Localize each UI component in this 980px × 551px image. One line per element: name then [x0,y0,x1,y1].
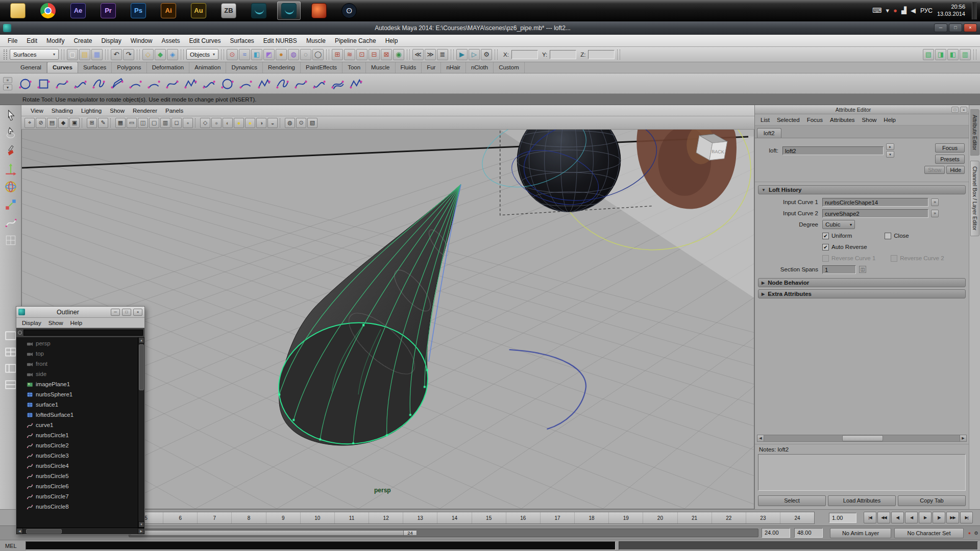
shelf-icon-ep-curve-tool[interactable] [71,75,89,92]
wireframe[interactable]: ◇ [200,118,210,128]
timeline-frame-20[interactable]: 20 [643,512,677,523]
shelf-tab-animation[interactable]: Animation [189,62,226,73]
coord-input-2[interactable] [588,50,615,59]
outliner-menu-display[interactable]: Display [18,318,45,328]
select-object[interactable]: ◆ [155,49,166,60]
attribute-editor-titlebar[interactable]: Attribute Editor □ × [755,105,969,114]
menu-edit-curves[interactable]: Edit Curves [184,35,225,47]
timeline-frame-22[interactable]: 22 [712,512,746,523]
outliner-item-nurbsCircle1[interactable]: nurbsCircle1 [16,430,144,440]
shelf-icon-bezier-curve-tool[interactable] [90,75,107,92]
paint-select-tool[interactable] [2,143,19,159]
timeline-frame-14[interactable]: 14 [437,512,471,523]
outliner-restore-button[interactable]: □ [122,309,131,316]
rotate-tool[interactable] [2,179,19,195]
copy-tab-button[interactable]: Copy Tab [898,495,966,506]
menu-surfaces[interactable]: Surfaces [226,35,259,47]
shelf-collapse-button[interactable]: ▾ [3,84,12,90]
taskbar-app-autodesk-app[interactable] [247,2,271,20]
mask-deformations[interactable]: ◩ [263,49,275,60]
ep-curve-tool-last[interactable] [2,214,19,231]
shelf-tab-muscle[interactable]: Muscle [366,62,395,73]
animation-preferences-icon[interactable]: ⚙ [973,529,979,537]
open-scene[interactable]: ▤ [79,49,90,60]
side-tab-channel-box-layer-editor[interactable]: Channel Box / Layer Editor [970,161,979,236]
snap-view-plane[interactable]: ⊠ [381,49,392,60]
panel-menu-view[interactable]: View [27,105,47,116]
minimize-button[interactable]: ─ [934,23,947,32]
language-indicator[interactable]: РУС [920,7,933,14]
input-connection-icon[interactable]: » [931,210,939,217]
outliner-item-nurbsSphere1[interactable]: nurbsSphere1 [16,389,144,399]
timeline-frame-19[interactable]: 19 [608,512,643,523]
animation-end-field[interactable]: 48.00 [794,528,823,538]
scroll-up-icon[interactable]: ▲ [138,337,144,343]
load-attributes-button[interactable]: Load Attributes [828,495,896,506]
maximize-button[interactable]: □ [949,23,962,32]
shelf-icon-attach-curves[interactable] [163,75,181,92]
screen-space-ao[interactable]: ◒ [267,118,278,128]
scroll-right-icon[interactable]: ▶ [138,528,144,534]
auto-reverse-checkbox[interactable] [822,244,829,251]
shaded[interactable]: ● [211,118,222,128]
undo[interactable]: ↶ [111,49,122,60]
shelf-tab-painteffects[interactable]: PaintEffects [301,62,342,73]
scale-tool[interactable] [2,196,19,213]
timeline-frame-23[interactable]: 23 [746,512,780,523]
use-default-material[interactable]: ● [234,118,244,128]
outliner-item-imagePlane1[interactable]: imagePlane1 [16,379,144,389]
outliner-item-nurbsCircle5[interactable]: nurbsCircle5 [16,471,144,481]
node-name-field[interactable]: loft2 [782,146,884,155]
taskbar-app-audition[interactable]: Au [187,2,210,20]
shelf-tab-deformation[interactable]: Deformation [147,62,190,73]
xray[interactable]: ◍ [285,118,295,128]
taskbar-app-premiere[interactable]: Pr [96,2,120,20]
input-connection-icon[interactable]: » [931,198,939,206]
menu-file[interactable]: File [3,35,22,47]
range-slider[interactable]: 24 [129,529,758,537]
section-node-behavior[interactable]: ▶ Node Behavior [758,278,966,287]
camera-attributes[interactable]: ▤ [47,118,57,128]
mask-dynamics[interactable]: ● [276,49,287,60]
language-chevron-icon[interactable]: ▾ [886,7,890,14]
select-component[interactable]: ◈ [167,49,178,60]
menu-set-dropdown[interactable]: Surfaces ▾ [10,49,59,60]
timeline-frame-13[interactable]: 13 [403,512,437,523]
timeline-frame-11[interactable]: 11 [334,512,369,523]
scrollbar-thumb[interactable] [842,435,883,441]
taskbar-app-chrome[interactable] [36,2,60,20]
shelf-icon-align-curves[interactable] [200,75,217,92]
slider-handle-icon[interactable]: ◫ [859,266,866,273]
mask-points[interactable]: ⊙ [227,49,238,60]
notes-field[interactable] [758,454,966,491]
scrollbar-thumb[interactable] [26,529,62,534]
mask-misc[interactable]: ◌ [300,49,311,60]
outliner-item-curve1[interactable]: curve1 [16,420,144,430]
play-forwards-button[interactable]: ▶ [919,512,932,523]
outliner-item-nurbsCircle6[interactable]: nurbsCircle6 [16,481,144,491]
shelf-tab-toon[interactable]: Toon [342,62,366,73]
ae-menu-show[interactable]: Show [859,114,880,126]
shelf-menu-button[interactable]: ≡ [3,77,12,83]
shelf-icon-fillet-curves[interactable] [237,75,254,92]
playback-end-field[interactable]: 24.00 [762,528,790,538]
plugin-shapes[interactable]: ▧ [307,118,317,128]
mask-curves[interactable]: ≈ [239,49,250,60]
timeline-frame-7[interactable]: 7 [197,512,231,523]
taskbar-app-photoshop[interactable]: Ps [127,2,150,20]
step-forward-key-button[interactable]: |▶ [933,512,945,523]
timeline-frame-16[interactable]: 16 [506,512,540,523]
presets-button[interactable]: Presets [935,155,965,164]
menu-display[interactable]: Display [96,35,126,47]
timeline-frame-10[interactable]: 10 [300,512,334,523]
show-button[interactable]: Show [924,166,945,174]
outliner-minimize-button[interactable]: ─ [111,309,120,316]
shelf-tab-surfaces[interactable]: Surfaces [78,62,112,73]
hide-button[interactable]: Hide [946,166,965,174]
render-current-frame[interactable]: ▶ [456,49,468,60]
shelf-icon-offset-curve[interactable] [329,75,346,92]
select-tool[interactable] [2,107,19,123]
taskbar-app-zbrush[interactable]: ZB [217,2,240,20]
snap-curve[interactable]: ≋ [344,49,355,60]
shelf-icon-rebuild-curve[interactable] [347,75,364,92]
